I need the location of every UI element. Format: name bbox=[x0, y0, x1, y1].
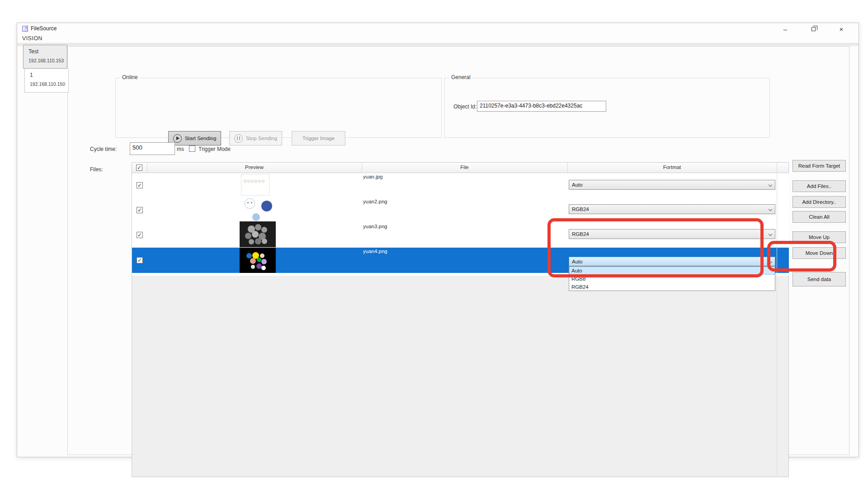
table-header: ✓ Preview File Fortmat bbox=[132, 163, 788, 173]
object-id-label: Object Id: bbox=[453, 103, 476, 110]
window-title: FileSource bbox=[31, 25, 57, 32]
dropdown-option-rgb24[interactable]: RGB24 bbox=[569, 283, 775, 291]
chevron-down-icon bbox=[769, 183, 772, 187]
move-down-button[interactable]: Move Down bbox=[793, 247, 846, 259]
clean-all-button[interactable]: Clean All bbox=[793, 211, 846, 223]
table-row-yuan-jpg[interactable]: ✓ yuan.jpg Auto bbox=[132, 173, 789, 198]
online-group: Online Start Sending Stop Sending Trigge… bbox=[115, 78, 442, 138]
table-scrollbar-divider bbox=[777, 173, 777, 477]
row2-checkbox[interactable]: ✓ bbox=[137, 207, 143, 213]
tab-1-ip: 192.168.110.150 bbox=[30, 81, 68, 87]
menu-vision[interactable]: VISION bbox=[22, 35, 42, 42]
tab-test-ip: 192.168.110.153 bbox=[28, 58, 67, 63]
send-data-button[interactable]: Send data bbox=[793, 272, 846, 286]
files-table: ✓ yuan.jpg Auto ✓ yuan2.png RGB24 bbox=[132, 162, 789, 477]
row4-checkbox[interactable]: ✓ bbox=[137, 257, 143, 263]
row1-format-dropdown[interactable]: Auto bbox=[569, 180, 775, 190]
preview-thumbnail-yuan-jpg bbox=[241, 174, 269, 196]
play-icon bbox=[173, 134, 182, 143]
move-up-button[interactable]: Move Up bbox=[793, 231, 846, 243]
preview-thumbnail-yuan2-png bbox=[240, 197, 281, 221]
desktop: FileSource – × VISION Test 192.168.110.1… bbox=[0, 0, 868, 488]
main-panel: Online Start Sending Stop Sending Trigge… bbox=[67, 46, 849, 455]
header-format[interactable]: Fortmat bbox=[567, 164, 777, 170]
row1-filename: yuan.jpg bbox=[363, 174, 382, 179]
minimize-button[interactable]: – bbox=[781, 24, 790, 33]
trigger-mode-checkbox[interactable] bbox=[189, 145, 195, 152]
table-row-yuan3-png[interactable]: ✓ yuan3.png RGB24 bbox=[132, 223, 789, 248]
online-group-label: Online bbox=[120, 74, 140, 80]
tab-test-name: Test bbox=[28, 48, 38, 55]
row3-filename: yuan3.png bbox=[363, 224, 387, 229]
tab-1-name: 1 bbox=[30, 72, 33, 78]
restore-button[interactable] bbox=[809, 24, 818, 33]
table-row-yuan2-png[interactable]: ✓ yuan2.png RGB24 bbox=[132, 198, 789, 223]
row2-filename: yuan2.png bbox=[363, 199, 387, 204]
preview-thumbnail-yuan4-png bbox=[240, 248, 276, 273]
chevron-down-icon bbox=[769, 260, 772, 263]
read-form-target-button[interactable]: Read Form Target bbox=[793, 160, 846, 172]
app-icon bbox=[22, 26, 28, 32]
trigger-image-button[interactable]: Trigger Image bbox=[292, 131, 345, 145]
chevron-down-icon bbox=[769, 207, 772, 211]
tab-1[interactable]: 1 192.168.110.150 bbox=[24, 69, 69, 93]
row4-format-dropdown-open[interactable]: Auto bbox=[569, 257, 775, 266]
header-preview[interactable]: Preview bbox=[147, 164, 362, 170]
row1-checkbox[interactable]: ✓ bbox=[137, 182, 143, 188]
preview-thumbnail-yuan3-png bbox=[240, 221, 276, 247]
row3-format-dropdown[interactable]: RGB24 bbox=[569, 229, 775, 239]
cycle-time-input[interactable]: 500 bbox=[130, 142, 175, 155]
files-label: Files: bbox=[90, 166, 103, 173]
titlebar[interactable]: FileSource – × bbox=[17, 23, 859, 35]
object-id-input[interactable]: 2110257e-e3a3-4473-b8c3-ebd22e4325ac bbox=[477, 101, 606, 112]
close-button[interactable]: × bbox=[837, 24, 846, 33]
menu-divider bbox=[17, 43, 859, 46]
add-files-button[interactable]: Add Files.. bbox=[793, 180, 846, 192]
cycle-time-label: Cycle time: bbox=[90, 146, 117, 152]
pause-icon bbox=[234, 134, 243, 143]
format-dropdown-list: Auto RGB8 RGB24 bbox=[569, 266, 775, 291]
filesource-window: FileSource – × VISION Test 192.168.110.1… bbox=[17, 23, 859, 457]
dropdown-option-rgb8[interactable]: RGB8 bbox=[569, 275, 775, 283]
add-directory-button[interactable]: Add Directory.. bbox=[793, 196, 846, 208]
tab-test[interactable]: Test 192.168.110.153 bbox=[23, 45, 67, 69]
restore-icon bbox=[811, 27, 816, 31]
row2-format-dropdown[interactable]: RGB24 bbox=[569, 204, 775, 214]
row4-filename: yuan4.png bbox=[363, 249, 387, 254]
chevron-down-icon bbox=[769, 232, 772, 236]
row3-checkbox[interactable]: ✓ bbox=[137, 232, 143, 238]
general-group-label: General bbox=[449, 74, 473, 80]
stop-sending-button[interactable]: Stop Sending bbox=[229, 131, 282, 145]
select-all-checkbox[interactable]: ✓ bbox=[136, 164, 142, 171]
start-sending-button[interactable]: Start Sending bbox=[168, 131, 221, 145]
cycle-time-unit: ms bbox=[177, 146, 184, 152]
header-file[interactable]: File bbox=[362, 164, 567, 170]
dropdown-option-auto[interactable]: Auto bbox=[569, 267, 775, 275]
trigger-mode-label: Trigger Mode bbox=[198, 146, 231, 152]
menubar: VISION bbox=[17, 35, 859, 43]
